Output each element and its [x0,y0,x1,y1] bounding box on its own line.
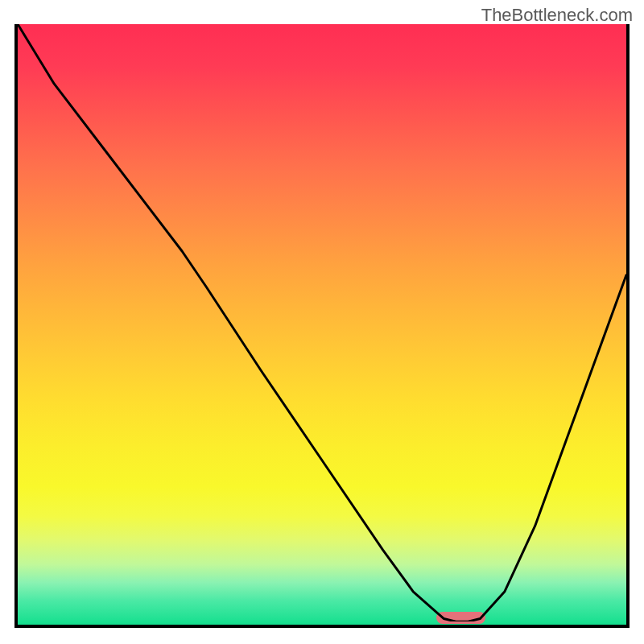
curve-path [18,24,626,621]
watermark-text: TheBottleneck.com [481,5,633,26]
bottleneck-curve [18,24,626,621]
chart-container: TheBottleneck.com [0,0,644,644]
plot-frame [14,24,630,628]
